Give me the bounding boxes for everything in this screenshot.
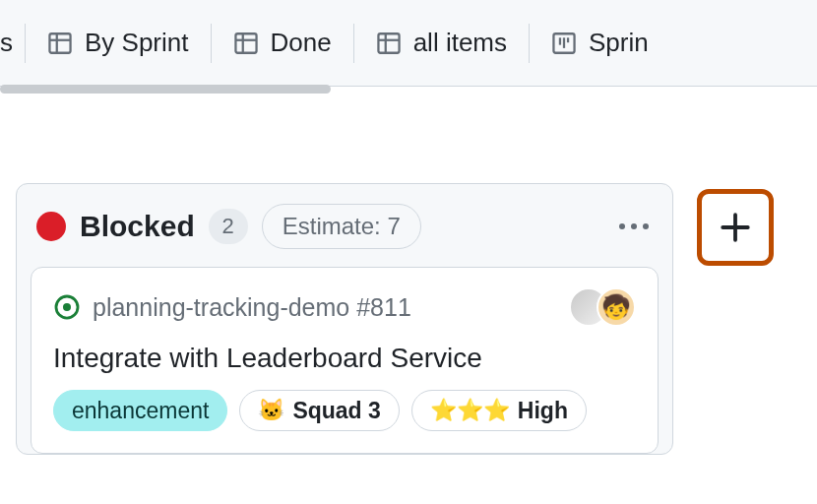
views-tab-bar: s By Sprint Done <box>0 0 817 87</box>
card-top-row: planning-tracking-demo #811 🧒 <box>53 287 636 327</box>
tab-all-items[interactable]: all items <box>354 24 529 63</box>
tab-done[interactable]: Done <box>212 24 353 63</box>
horizontal-scrollbar[interactable] <box>0 85 331 94</box>
board-area: Blocked 2 Estimate: 7 pl <box>0 87 817 455</box>
issue-open-icon <box>53 293 81 321</box>
status-dot-icon <box>36 212 66 241</box>
svg-point-14 <box>631 223 637 229</box>
star-emoji-icon: ⭐⭐⭐ <box>430 398 510 423</box>
label-priority[interactable]: ⭐⭐⭐ High <box>411 390 587 431</box>
tab-by-sprint[interactable]: By Sprint <box>26 24 211 63</box>
column-estimate-badge: Estimate: 7 <box>262 204 421 249</box>
svg-rect-3 <box>235 33 256 53</box>
tab-label: Sprin <box>589 28 649 58</box>
svg-point-15 <box>643 223 649 229</box>
board-column-blocked: Blocked 2 Estimate: 7 pl <box>16 183 673 455</box>
cat-emoji-icon: 🐱 <box>258 398 284 423</box>
tab-sprint-board[interactable]: Sprin <box>530 24 670 63</box>
board-icon <box>551 31 577 56</box>
card-title: Integrate with Leaderboard Service <box>53 343 636 374</box>
tab-label: Done <box>271 28 332 58</box>
svg-point-17 <box>63 303 71 311</box>
tab-label: By Sprint <box>85 28 189 58</box>
label-squad[interactable]: 🐱 Squad 3 <box>239 390 399 431</box>
svg-point-13 <box>619 223 625 229</box>
tab-fragment-left: s <box>0 28 25 58</box>
add-column-button[interactable] <box>697 189 774 266</box>
issue-card[interactable]: planning-tracking-demo #811 🧒 Integrate … <box>31 267 659 454</box>
table-icon <box>233 31 259 56</box>
column-count-badge: 2 <box>209 209 248 244</box>
card-repo-ref: planning-tracking-demo #811 <box>93 293 557 322</box>
label-text: Squad 3 <box>292 398 380 424</box>
column-menu-button[interactable] <box>611 204 657 249</box>
avatar: 🧒 <box>597 287 636 327</box>
assignee-avatars[interactable]: 🧒 <box>569 287 636 327</box>
table-icon <box>47 31 73 56</box>
column-header: Blocked 2 Estimate: 7 <box>31 198 659 267</box>
column-title: Blocked <box>80 210 195 243</box>
table-icon <box>376 31 402 56</box>
svg-rect-6 <box>378 33 399 53</box>
tab-label: all items <box>413 28 507 58</box>
label-text: High <box>518 398 568 424</box>
svg-rect-0 <box>49 33 70 53</box>
card-labels: enhancement 🐱 Squad 3 ⭐⭐⭐ High <box>53 390 636 431</box>
label-enhancement[interactable]: enhancement <box>53 390 227 431</box>
